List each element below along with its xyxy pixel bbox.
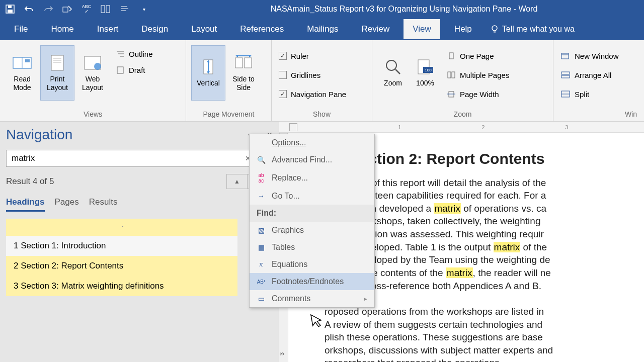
- menu-tables[interactable]: ▦Tables: [250, 239, 374, 256]
- zoom-group-label: Zoom: [377, 108, 548, 121]
- menu-find-header: Find:: [250, 205, 374, 222]
- search-icon: 🔍: [257, 156, 266, 164]
- menu-comments[interactable]: ▭Comments▸: [250, 290, 374, 307]
- quick-edit-icon[interactable]: [62, 4, 72, 14]
- nav-tab-results[interactable]: Results: [89, 197, 118, 212]
- tab-help[interactable]: Help: [445, 19, 481, 39]
- one-page-button[interactable]: One Page: [447, 49, 509, 62]
- heading-list: ▪ 1 Section 1: Introduction 2 Section 2:…: [6, 219, 237, 296]
- split-icon: [560, 90, 571, 98]
- svg-rect-1: [8, 10, 13, 13]
- lightbulb-icon: [490, 25, 499, 34]
- tell-me-search[interactable]: Tell me what you wa: [490, 25, 575, 34]
- multiple-pages-button[interactable]: Multiple Pages: [447, 68, 509, 81]
- zoom-button[interactable]: Zoom: [377, 45, 409, 101]
- side-to-side-icon: [233, 54, 254, 72]
- svg-marker-32: [235, 55, 238, 57]
- menu-bar: File Home Insert Design Layout Reference…: [0, 18, 644, 40]
- svg-rect-46: [561, 72, 570, 74]
- nav-tab-headings[interactable]: Headings: [6, 197, 45, 212]
- spelling-icon[interactable]: ABC✓: [82, 4, 92, 14]
- svg-rect-14: [25, 59, 30, 62]
- svg-rect-30: [245, 58, 252, 68]
- menu-options[interactable]: Options...: [250, 134, 374, 151]
- svg-point-20: [94, 63, 101, 70]
- vertical-icon: [198, 58, 218, 76]
- menu-replace[interactable]: abacReplace...: [250, 168, 374, 188]
- svg-rect-44: [561, 53, 569, 59]
- ruler-checkbox[interactable]: Ruler: [279, 49, 346, 62]
- ribbon: Read Mode Print Layout Web Layout Outlin…: [0, 40, 644, 122]
- comments-icon: ▭: [257, 295, 266, 303]
- columns-icon[interactable]: [101, 4, 111, 14]
- redo-icon[interactable]: [43, 4, 53, 14]
- navpane-checkbox[interactable]: Navigation Pane: [279, 87, 346, 101]
- read-mode-button[interactable]: Read Mode: [5, 45, 39, 101]
- undo-icon[interactable]: [24, 4, 34, 14]
- svg-rect-40: [448, 72, 451, 78]
- multi-pages-icon: [447, 71, 456, 79]
- menu-footnotes[interactable]: AB¹Footnotes/Endnotes: [250, 273, 374, 290]
- title-bar: ABC✓ ▾ NASAmain_Status Report v3 for Org…: [0, 0, 644, 18]
- heading-item-3[interactable]: 3 Section 3: Matrix weighting definition…: [6, 276, 237, 296]
- zoom-100-button[interactable]: 100 100%: [410, 45, 441, 101]
- heading-top-marker[interactable]: ▪: [6, 219, 237, 236]
- side-to-side-button[interactable]: Side to Side: [226, 45, 261, 101]
- navigation-pane: Navigation ▾ ✕ ✕ ▾ Result 4 of 5 ▲ ▼ Hea…: [0, 122, 279, 362]
- new-window-button[interactable]: New Window: [560, 49, 619, 62]
- web-layout-button[interactable]: Web Layout: [75, 45, 110, 101]
- menu-equations[interactable]: πEquations: [250, 256, 374, 273]
- search-result-count: Result 4 of 5: [6, 176, 54, 187]
- draft-button[interactable]: Draft: [116, 63, 153, 76]
- tab-references[interactable]: References: [231, 19, 293, 39]
- tab-layout[interactable]: Layout: [182, 19, 226, 39]
- outline-icon: [116, 50, 125, 58]
- heading-item-2[interactable]: 2 Section 2: Report Contents: [6, 256, 237, 276]
- save-icon[interactable]: [5, 4, 15, 14]
- menu-goto[interactable]: →Go To...: [250, 188, 374, 205]
- horizontal-ruler[interactable]: 123: [279, 122, 644, 133]
- heading-item-1[interactable]: 1 Section 1: Introduction: [6, 236, 237, 256]
- menu-graphics[interactable]: ▧Graphics: [250, 222, 374, 239]
- views-group-label: Views: [5, 108, 181, 121]
- show-group-label: Show: [277, 108, 367, 121]
- web-layout-icon: [83, 54, 103, 72]
- print-layout-icon: [47, 54, 67, 72]
- nav-tab-pages[interactable]: Pages: [55, 197, 79, 212]
- page-width-button[interactable]: Page Width: [447, 87, 509, 101]
- tables-icon: ▦: [257, 243, 266, 251]
- svg-rect-47: [561, 75, 570, 78]
- vertical-button[interactable]: Vertical: [191, 45, 225, 101]
- svg-rect-5: [106, 6, 110, 13]
- window-group-label: Win: [558, 108, 639, 121]
- svg-marker-33: [249, 55, 252, 57]
- new-window-icon: [560, 52, 571, 60]
- arrange-all-button[interactable]: Arrange All: [560, 68, 619, 81]
- paragraph-icon[interactable]: [120, 4, 130, 14]
- checkbox-checked-icon: [279, 52, 287, 60]
- svg-rect-4: [101, 6, 105, 13]
- nav-search-box[interactable]: ✕ ▾: [6, 150, 268, 167]
- search-input[interactable]: [12, 153, 242, 163]
- gridlines-checkbox[interactable]: Gridlines: [279, 68, 346, 81]
- tab-design[interactable]: Design: [132, 19, 177, 39]
- one-page-icon: [447, 52, 456, 60]
- tab-insert[interactable]: Insert: [88, 19, 128, 39]
- footnotes-icon: AB¹: [257, 279, 266, 285]
- outline-button[interactable]: Outline: [116, 47, 153, 60]
- menu-advanced-find[interactable]: 🔍Advanced Find...: [250, 151, 374, 168]
- tab-home[interactable]: Home: [42, 19, 83, 39]
- tab-file[interactable]: File: [5, 19, 37, 39]
- checkbox-checked-icon: [279, 90, 287, 98]
- tab-view[interactable]: View: [404, 19, 440, 39]
- print-layout-button[interactable]: Print Layout: [40, 45, 74, 101]
- zoom-100-icon: 100: [415, 58, 435, 76]
- draft-icon: [116, 66, 125, 74]
- qat-dropdown-icon[interactable]: ▾: [139, 4, 149, 14]
- tab-mailings[interactable]: Mailings: [298, 19, 347, 39]
- checkbox-icon: [279, 71, 287, 79]
- replace-icon: abac: [257, 172, 266, 184]
- prev-result-button[interactable]: ▲: [227, 174, 247, 189]
- split-button[interactable]: Split: [560, 87, 619, 101]
- tab-review[interactable]: Review: [353, 19, 399, 39]
